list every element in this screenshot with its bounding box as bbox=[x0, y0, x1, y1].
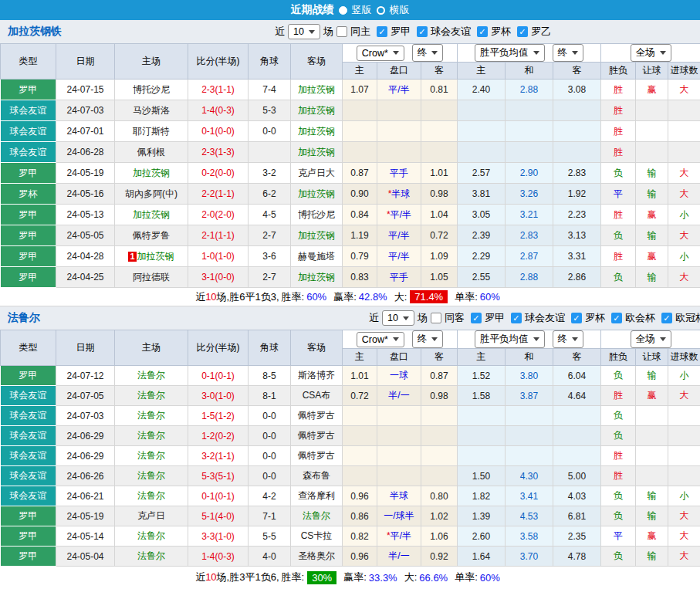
col-handicap-result: 让球 bbox=[636, 349, 668, 366]
home-team-name[interactable]: 耶汀斯特 bbox=[133, 126, 170, 137]
avg-odds-select[interactable]: 胜平负均值 bbox=[475, 44, 545, 62]
avg-home-odds: 2.29 bbox=[458, 246, 506, 267]
team-name[interactable]: 加拉茨钢铁 bbox=[8, 25, 62, 39]
home-team-name[interactable]: 法鲁尔 bbox=[137, 410, 165, 421]
away-team-name[interactable]: 加拉茨钢 bbox=[298, 230, 335, 241]
away-team-name[interactable]: 佩特罗古 bbox=[298, 430, 335, 441]
vertical-layout-radio[interactable] bbox=[339, 6, 347, 15]
crow-away-odds: 0.80 bbox=[421, 486, 458, 506]
home-team-name[interactable]: 法鲁尔 bbox=[137, 450, 165, 461]
league-checkbox[interactable]: ✓ bbox=[571, 313, 582, 323]
type-cell: 罗甲 bbox=[1, 205, 56, 225]
home-team-name[interactable]: 阿拉德联 bbox=[133, 272, 170, 283]
top-bar: 近期战绩 竖版 横版 bbox=[0, 0, 700, 20]
away-team-name[interactable]: 赫曼施塔 bbox=[298, 251, 335, 262]
team-name[interactable]: 法鲁尔 bbox=[8, 311, 40, 325]
handicap-cell bbox=[377, 446, 421, 466]
result-cell: 负 bbox=[601, 547, 636, 567]
same-venue-checkbox[interactable] bbox=[431, 313, 441, 323]
away-team-name[interactable]: CSA布 bbox=[303, 390, 331, 401]
home-team-name[interactable]: 佩特罗鲁 bbox=[133, 230, 170, 241]
scope-select[interactable]: 全场 bbox=[631, 330, 671, 348]
crow-home-odds: 0.72 bbox=[343, 386, 377, 406]
away-team-name[interactable]: 佩特罗古 bbox=[298, 410, 335, 421]
away-team-name[interactable]: 斯洛博齐 bbox=[298, 370, 335, 381]
away-team-name[interactable]: 加拉茨钢 bbox=[298, 126, 335, 137]
league-checkbox[interactable]: ✓ bbox=[511, 313, 522, 323]
chevron-down-icon bbox=[533, 337, 539, 341]
home-team-name[interactable]: 法鲁尔 bbox=[137, 530, 165, 541]
league-checkbox[interactable]: ✓ bbox=[661, 313, 672, 323]
col-crow-away: 客 bbox=[421, 349, 458, 366]
summary-lead: 近10场,胜3平1负6, bbox=[195, 570, 279, 584]
home-team-name[interactable]: 马沙斯洛 bbox=[133, 105, 170, 116]
crow-away-odds: 0.92 bbox=[421, 547, 458, 567]
home-team-name[interactable]: 法鲁尔 bbox=[137, 430, 165, 441]
home-team-name[interactable]: 法鲁尔 bbox=[137, 490, 165, 501]
home-team-name[interactable]: 加拉茨钢 bbox=[137, 251, 174, 262]
avg-away-odds bbox=[553, 142, 601, 163]
home-team-cell: 佩利根 bbox=[115, 142, 188, 163]
home-team-name[interactable]: 胡內多阿(中) bbox=[125, 188, 178, 199]
away-team-name[interactable]: 圣格奥尔 bbox=[298, 550, 335, 561]
home-team-name[interactable]: 加拉茨钢 bbox=[133, 209, 170, 220]
away-team-name[interactable]: 加拉茨钢 bbox=[298, 188, 335, 199]
crow-away-odds: 1.09 bbox=[421, 246, 458, 267]
summary-stat-label: 胜率: bbox=[282, 570, 305, 584]
scope-select[interactable]: 全场 bbox=[631, 44, 671, 62]
avg-home-odds: 2.60 bbox=[458, 526, 506, 547]
match-row: 球会友谊24-06-29法鲁尔1-2(0-2)0-0佩特罗古负 bbox=[1, 426, 700, 446]
avg-final-select[interactable]: 终 bbox=[553, 44, 584, 62]
odds-final-select[interactable]: 终 bbox=[412, 330, 444, 348]
away-team-name[interactable]: 查洛摩利 bbox=[298, 490, 335, 501]
odds-company-select[interactable]: Crow* bbox=[357, 46, 404, 61]
home-team-name[interactable]: 法鲁尔 bbox=[137, 390, 165, 401]
away-team-name[interactable]: 加拉茨钢 bbox=[298, 272, 335, 283]
home-team-name[interactable]: 加拉茨钢 bbox=[133, 168, 170, 178]
corner-cell: 6-2 bbox=[249, 184, 291, 205]
home-team-name[interactable]: 佩利根 bbox=[137, 147, 165, 157]
away-team-name[interactable]: 加拉茨钢 bbox=[298, 84, 335, 95]
avg-away-odds: 2.86 bbox=[553, 267, 601, 288]
away-team-name[interactable]: 法鲁尔 bbox=[303, 510, 330, 521]
handicap-result-cell: 输 bbox=[636, 506, 668, 526]
league-checkbox[interactable]: ✓ bbox=[611, 313, 622, 323]
goals-result-cell: 大 bbox=[668, 163, 700, 184]
match-row: 球会友谊24-06-26法鲁尔5-3(5-1)0-0森布鲁1.504.305.0… bbox=[1, 466, 700, 486]
home-team-name[interactable]: 博托沙尼 bbox=[133, 84, 170, 95]
goals-result-cell: 大 bbox=[668, 506, 700, 526]
home-team-name[interactable]: 法鲁尔 bbox=[137, 470, 165, 481]
home-team-name[interactable]: 法鲁尔 bbox=[137, 550, 165, 561]
avg-final-select[interactable]: 终 bbox=[553, 330, 584, 348]
odds-company-select[interactable]: Crow* bbox=[357, 332, 404, 347]
same-venue-checkbox[interactable] bbox=[336, 26, 347, 37]
type-cell: 球会友谊 bbox=[1, 426, 56, 446]
away-team-name[interactable]: 加拉茨钢 bbox=[298, 147, 335, 157]
match-count-select[interactable]: 10 bbox=[382, 310, 414, 326]
league-checkbox[interactable]: ✓ bbox=[477, 26, 488, 37]
away-team-cell: CS卡拉 bbox=[291, 526, 343, 547]
col-crow-home: 主 bbox=[343, 349, 377, 366]
goals-result-cell: 大 bbox=[668, 225, 700, 246]
avg-home-odds: 3.05 bbox=[458, 205, 506, 225]
away-team-name[interactable]: 博托沙尼 bbox=[298, 209, 335, 220]
col-avg-home: 主 bbox=[458, 349, 506, 366]
avg-odds-select[interactable]: 胜平负均值 bbox=[475, 330, 545, 348]
home-team-name[interactable]: 克卢日 bbox=[137, 510, 165, 521]
league-checkbox[interactable]: ✓ bbox=[377, 26, 387, 37]
away-team-name[interactable]: CS卡拉 bbox=[301, 530, 333, 541]
away-team-name[interactable]: 佩特罗古 bbox=[298, 450, 335, 461]
league-checkbox[interactable]: ✓ bbox=[517, 26, 528, 37]
away-team-name[interactable]: 加拉茨钢 bbox=[298, 105, 335, 116]
horizontal-layout-radio[interactable] bbox=[377, 6, 385, 15]
odds-final-select[interactable]: 终 bbox=[412, 44, 444, 62]
home-team-name[interactable]: 法鲁尔 bbox=[137, 370, 165, 381]
col-goals: 进球数 bbox=[668, 349, 700, 366]
avg-draw-odds: 2.88 bbox=[506, 267, 553, 288]
league-checkbox[interactable]: ✓ bbox=[417, 26, 428, 37]
match-count-select[interactable]: 10 bbox=[288, 24, 320, 39]
away-team-name[interactable]: 克卢日大 bbox=[298, 168, 335, 178]
league-checkbox[interactable]: ✓ bbox=[471, 313, 482, 323]
type-cell: 罗甲 bbox=[1, 547, 56, 567]
away-team-name[interactable]: 森布鲁 bbox=[303, 470, 330, 481]
